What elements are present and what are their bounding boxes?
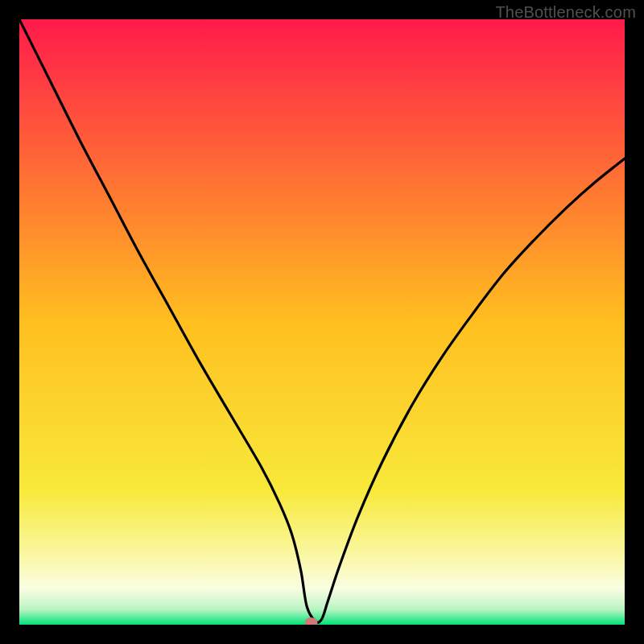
plot-area [19, 19, 625, 625]
chart-svg [19, 19, 625, 625]
gradient-background [19, 19, 625, 625]
chart-frame: TheBottleneck.com [0, 0, 644, 644]
watermark-text: TheBottleneck.com [495, 3, 636, 22]
